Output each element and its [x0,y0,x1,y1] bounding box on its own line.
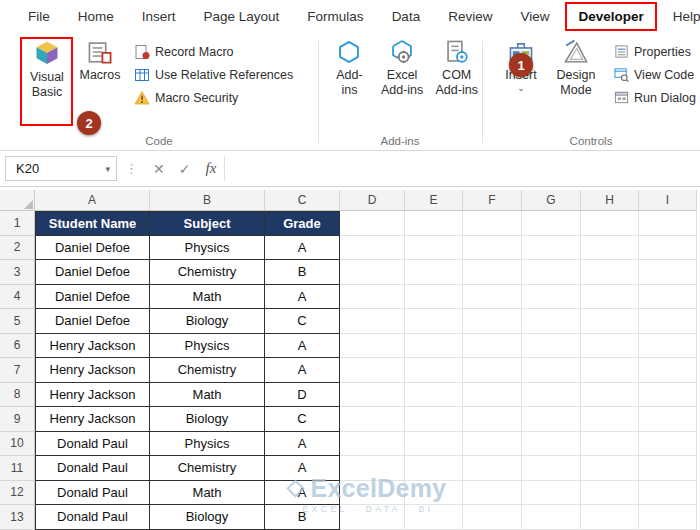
cell-B4[interactable]: Math [150,285,265,310]
row-header-5[interactable]: 5 [0,309,35,334]
menu-tab-formulas[interactable]: Formulas [293,0,377,33]
cell-A4[interactable]: Daniel Defoe [35,285,150,310]
cell-C9[interactable]: C [265,407,340,432]
row-header-10[interactable]: 10 [0,432,35,457]
cell-A3[interactable]: Daniel Defoe [35,260,150,285]
cell-I3[interactable] [639,260,697,285]
cancel-icon[interactable]: ✕ [153,161,165,177]
cell-C6[interactable]: A [265,334,340,359]
cell-B10[interactable]: Physics [150,432,265,457]
cell-G1[interactable] [522,211,581,236]
cell-F1[interactable] [463,211,522,236]
cell-D10[interactable] [340,432,405,457]
column-header-G[interactable]: G [522,190,581,211]
cell-C3[interactable]: B [265,260,340,285]
column-header-D[interactable]: D [340,190,405,211]
menu-tab-review[interactable]: Review [434,0,506,33]
cell-G12[interactable] [522,481,581,506]
cell-E4[interactable] [405,285,463,310]
column-header-I[interactable]: I [639,190,697,211]
cell-H12[interactable] [581,481,639,506]
cell-A1[interactable]: Student Name [35,211,150,236]
addins-button[interactable]: Add-ins [328,33,371,98]
name-box[interactable]: K20 ▾ [5,156,117,181]
cell-G8[interactable] [522,383,581,408]
row-header-11[interactable]: 11 [0,456,35,481]
cell-E8[interactable] [405,383,463,408]
column-header-C[interactable]: C [265,190,340,211]
cell-C7[interactable]: A [265,358,340,383]
com-addins-button[interactable]: COM Add-ins [431,33,482,98]
design-mode-button[interactable]: Design Mode [550,33,602,98]
cell-D9[interactable] [340,407,405,432]
cell-A9[interactable]: Henry Jackson [35,407,150,432]
cell-E1[interactable] [405,211,463,236]
menu-tab-insert[interactable]: Insert [128,0,190,33]
cell-C5[interactable]: C [265,309,340,334]
cell-A8[interactable]: Henry Jackson [35,383,150,408]
cell-E13[interactable] [405,505,463,530]
cell-A11[interactable]: Donald Paul [35,456,150,481]
cell-H8[interactable] [581,383,639,408]
cell-B9[interactable]: Biology [150,407,265,432]
cell-D3[interactable] [340,260,405,285]
cell-D2[interactable] [340,236,405,261]
cell-H5[interactable] [581,309,639,334]
cell-B6[interactable]: Physics [150,334,265,359]
cell-B5[interactable]: Biology [150,309,265,334]
cell-B12[interactable]: Math [150,481,265,506]
cell-C13[interactable]: B [265,505,340,530]
cell-A5[interactable]: Daniel Defoe [35,309,150,334]
cell-B8[interactable]: Math [150,383,265,408]
view-code-button[interactable]: View Code [614,63,696,86]
cell-E9[interactable] [405,407,463,432]
cell-F5[interactable] [463,309,522,334]
row-header-7[interactable]: 7 [0,358,35,383]
cell-F4[interactable] [463,285,522,310]
cell-H13[interactable] [581,505,639,530]
cell-I7[interactable] [639,358,697,383]
cell-I13[interactable] [639,505,697,530]
cell-C8[interactable]: D [265,383,340,408]
cell-C11[interactable]: A [265,456,340,481]
row-header-4[interactable]: 4 [0,285,35,310]
cell-G11[interactable] [522,456,581,481]
use-relative-references-button[interactable]: Use Relative References [134,63,293,86]
menu-tab-developer[interactable]: Developer [565,2,656,31]
cell-H11[interactable] [581,456,639,481]
cell-H9[interactable] [581,407,639,432]
cell-B1[interactable]: Subject [150,211,265,236]
row-header-1[interactable]: 1 [0,211,35,236]
row-header-2[interactable]: 2 [0,236,35,261]
cell-I1[interactable] [639,211,697,236]
insert-dropdown-icon[interactable]: ⌄ [517,84,525,93]
cell-I5[interactable] [639,309,697,334]
cell-D11[interactable] [340,456,405,481]
row-header-13[interactable]: 13 [0,505,35,530]
cell-G4[interactable] [522,285,581,310]
column-header-A[interactable]: A [35,190,150,211]
row-header-6[interactable]: 6 [0,334,35,359]
cell-G3[interactable] [522,260,581,285]
cell-D7[interactable] [340,358,405,383]
cell-E6[interactable] [405,334,463,359]
cell-D13[interactable] [340,505,405,530]
cell-C10[interactable]: A [265,432,340,457]
cell-A13[interactable]: Donald Paul [35,505,150,530]
cell-H4[interactable] [581,285,639,310]
cell-A6[interactable]: Henry Jackson [35,334,150,359]
menu-tab-help[interactable]: Help [659,0,700,33]
cell-B3[interactable]: Chemistry [150,260,265,285]
run-dialog-button[interactable]: Run Dialog [614,86,696,109]
cell-I6[interactable] [639,334,697,359]
cell-G5[interactable] [522,309,581,334]
column-header-F[interactable]: F [463,190,522,211]
cell-F12[interactable] [463,481,522,506]
macros-button[interactable]: Macros [76,33,124,83]
row-header-3[interactable]: 3 [0,260,35,285]
cell-A10[interactable]: Donald Paul [35,432,150,457]
menu-tab-home[interactable]: Home [64,0,128,33]
cell-F6[interactable] [463,334,522,359]
cell-H2[interactable] [581,236,639,261]
cell-C4[interactable]: A [265,285,340,310]
